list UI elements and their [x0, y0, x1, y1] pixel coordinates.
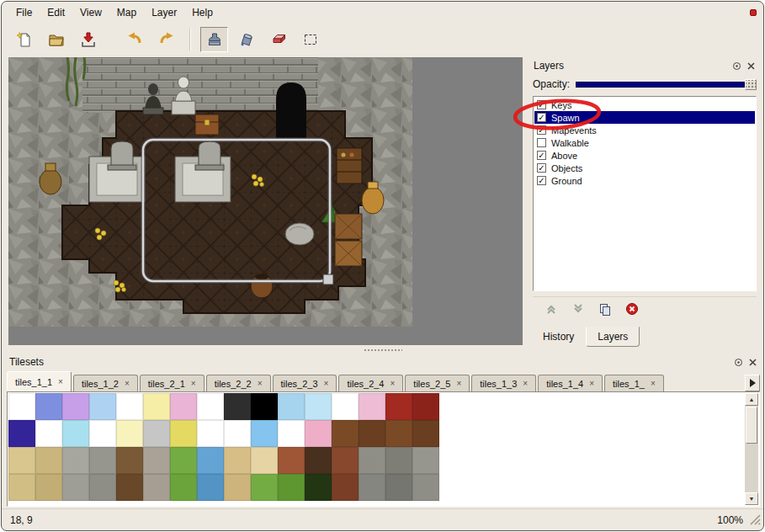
tileset-tile[interactable]	[412, 420, 439, 447]
tab-close-icon[interactable]: ×	[651, 380, 656, 388]
tileset-tab-tiles_2_5[interactable]: tiles_2_5×	[405, 375, 470, 391]
splitter-grip[interactable]	[364, 348, 402, 352]
tileset-tile[interactable]	[35, 393, 62, 420]
layer-visibility-checkbox[interactable]: ✓	[537, 151, 546, 160]
tileset-tile[interactable]	[143, 474, 170, 501]
tileset-tile[interactable]	[89, 420, 116, 447]
tileset-tile[interactable]	[278, 393, 305, 420]
tileset-tile[interactable]	[359, 420, 385, 447]
tab-close-icon[interactable]: ×	[589, 380, 594, 388]
layer-row-ground[interactable]: ✓ Ground	[534, 174, 755, 187]
tileset-tile[interactable]	[278, 447, 305, 474]
open-file-button[interactable]	[42, 27, 70, 52]
tileset-tile[interactable]	[116, 447, 143, 474]
layer-visibility-checkbox[interactable]: ✓	[537, 100, 546, 109]
layer-visibility-checkbox[interactable]	[537, 138, 546, 147]
tileset-tile[interactable]	[8, 474, 35, 501]
tab-close-icon[interactable]: ×	[324, 380, 329, 388]
tileset-tile[interactable]	[251, 393, 278, 420]
tileset-tile[interactable]	[89, 393, 116, 420]
tileset-tile[interactable]	[89, 474, 116, 501]
layer-row-mapevents[interactable]: ✓ Mapevents	[534, 124, 755, 136]
tileset-tile[interactable]	[305, 474, 332, 501]
tileset-tile[interactable]	[197, 447, 224, 474]
eraser-tool-button[interactable]	[264, 27, 292, 52]
layer-row-keys[interactable]: ✓ Keys	[534, 98, 755, 111]
tileset-tile[interactable]	[385, 474, 412, 501]
menu-edit[interactable]: Edit	[40, 3, 72, 22]
tab-history[interactable]: History	[531, 327, 586, 347]
tileset-tile[interactable]	[305, 420, 332, 447]
scrollbar-thumb[interactable]	[746, 407, 757, 444]
tab-close-icon[interactable]: ×	[58, 378, 63, 386]
menu-layer[interactable]: Layer	[144, 3, 184, 22]
tab-close-icon[interactable]: ×	[390, 380, 396, 388]
layer-visibility-checkbox[interactable]: ✓	[537, 176, 546, 185]
tileset-view[interactable]: ▲ ▼	[7, 391, 760, 507]
tileset-tile[interactable]	[385, 393, 412, 420]
layer-row-above[interactable]: ✓ Above	[534, 149, 755, 162]
vertical-splitter[interactable]	[523, 57, 529, 345]
duplicate-layer-button[interactable]	[597, 301, 614, 317]
tileset-tab-tiles_1_4[interactable]: tiles_1_4×	[538, 375, 603, 391]
tab-scroll-right-button[interactable]	[745, 375, 760, 391]
tileset-tile[interactable]	[62, 447, 89, 474]
float-panel-icon[interactable]	[731, 61, 741, 71]
tileset-tile[interactable]	[278, 420, 305, 447]
close-panel-icon[interactable]	[746, 61, 756, 71]
tileset-tile[interactable]	[35, 474, 62, 501]
tab-close-icon[interactable]: ×	[258, 380, 263, 388]
save-button[interactable]	[74, 27, 102, 52]
layer-visibility-checkbox[interactable]: ✓	[537, 163, 546, 173]
tileset-tile[interactable]	[62, 393, 89, 420]
tileset-tile[interactable]	[412, 393, 439, 420]
tileset-tile[interactable]	[359, 474, 385, 501]
opacity-slider[interactable]	[576, 78, 757, 91]
tileset-tile[interactable]	[251, 474, 278, 501]
tileset-tab-tiles_2_1[interactable]: tiles_2_1×	[140, 375, 205, 391]
new-file-button[interactable]	[10, 27, 38, 52]
delete-layer-button[interactable]	[624, 301, 640, 317]
tileset-tile[interactable]	[89, 447, 116, 474]
tileset-tile[interactable]	[8, 420, 35, 447]
tileset-tile[interactable]	[197, 393, 224, 420]
tab-layers[interactable]: Layers	[586, 327, 640, 347]
resize-grip[interactable]	[750, 514, 761, 528]
redo-button[interactable]	[152, 27, 180, 52]
tileset-tile[interactable]	[332, 474, 359, 501]
tileset-tile[interactable]	[8, 393, 35, 420]
tileset-tile[interactable]	[224, 474, 251, 501]
tileset-tile[interactable]	[332, 447, 359, 474]
tileset-tile[interactable]	[385, 420, 412, 447]
tileset-tile[interactable]	[332, 420, 359, 447]
tileset-tile[interactable]	[143, 447, 170, 474]
tileset-tile[interactable]	[62, 420, 89, 447]
stamp-tool-button[interactable]	[200, 27, 228, 52]
tileset-tile[interactable]	[359, 393, 385, 420]
tileset-tile[interactable]	[116, 393, 143, 420]
tileset-tile[interactable]	[35, 447, 62, 474]
scroll-down-button[interactable]: ▼	[745, 492, 758, 505]
select-tool-button[interactable]	[296, 27, 324, 52]
tileset-tile[interactable]	[332, 393, 359, 420]
layer-visibility-checkbox[interactable]: ✓	[537, 113, 546, 122]
undo-button[interactable]	[120, 27, 148, 52]
tab-close-icon[interactable]: ×	[191, 380, 196, 388]
tileset-tile[interactable]	[251, 420, 278, 447]
scroll-up-button[interactable]: ▲	[745, 393, 758, 406]
tileset-tile[interactable]	[385, 447, 412, 474]
menu-map[interactable]: Map	[109, 3, 144, 22]
tileset-tile[interactable]	[35, 420, 62, 447]
tileset-tile[interactable]	[359, 447, 385, 474]
tileset-tile[interactable]	[170, 474, 197, 501]
tileset-tile[interactable]	[278, 474, 305, 501]
layer-row-spawn[interactable]: ✓ Spawn	[534, 111, 755, 124]
layer-visibility-checkbox[interactable]: ✓	[537, 125, 546, 135]
tileset-tile[interactable]	[224, 420, 251, 447]
menu-help[interactable]: Help	[184, 3, 220, 22]
layer-row-objects[interactable]: ✓ Objects	[534, 162, 755, 174]
selection-resize-handle[interactable]	[323, 274, 333, 285]
tileset-tile[interactable]	[62, 474, 89, 501]
tab-close-icon[interactable]: ×	[523, 380, 528, 388]
tileset-tile[interactable]	[412, 447, 439, 474]
